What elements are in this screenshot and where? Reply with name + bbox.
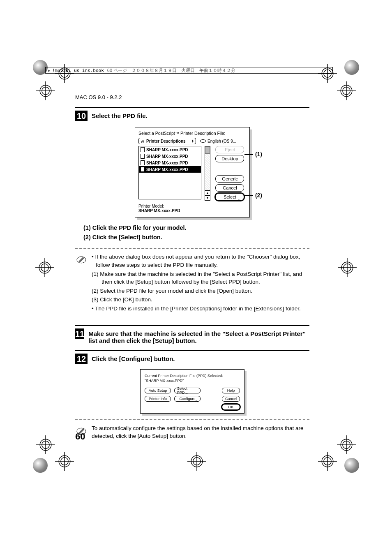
disk-name: English (OS 9... [208, 139, 236, 143]
corner-sphere [33, 458, 48, 473]
document-icon [141, 154, 145, 159]
document-icon [141, 160, 145, 165]
scroll-up-icon[interactable]: ▲ [205, 190, 210, 195]
callout-1: (1) [255, 151, 262, 157]
configure-dialog: Current Printer Description File (PPD) S… [140, 369, 244, 413]
registration-mark [338, 258, 357, 277]
corner-sphere [344, 458, 359, 473]
registration-mark [36, 435, 55, 454]
ppd-file-list[interactable]: SHARP MX-xxxx.PPD SHARP MX-xxxx.PPD SHAR… [138, 146, 201, 199]
corner-sphere [344, 60, 359, 75]
step-number-10: 10 [75, 111, 88, 121]
dialog2-line1: Current Printer Description File (PPD) S… [145, 374, 240, 379]
divider [75, 350, 309, 351]
disk-icon [200, 139, 206, 143]
select-button[interactable]: Select ↖ [215, 193, 244, 201]
step-12-title: Click the [Configure] button. [92, 354, 175, 362]
printer-model-value: SHARP MX-xxxx.PPD [138, 208, 180, 213]
divider-dots [215, 165, 244, 165]
substep-1: (1) Click the PPD file for your model. [83, 223, 309, 233]
configure-button[interactable]: Configure ↖ [174, 396, 201, 402]
dashed-divider [75, 248, 309, 249]
select-ppd-button[interactable]: Select PPD... [174, 388, 201, 393]
updown-icon: ▲▼ [190, 139, 194, 143]
divider [75, 325, 309, 326]
list-item[interactable]: SHARP MX-xxxx.PPD [139, 153, 201, 160]
page-number: 60 [75, 431, 85, 442]
dialog-prompt: Select a PostScript™ Printer Description… [138, 131, 246, 136]
folder-dropdown[interactable]: 🖨 Printer Descriptions ▲▼ [138, 138, 196, 144]
dashed-divider [75, 419, 309, 420]
registration-mark [36, 81, 55, 100]
scroll-thumb[interactable] [205, 146, 210, 154]
printer-icon: 🖨 [141, 139, 145, 143]
list-item[interactable]: SHARP MX-xxxx.PPD [139, 146, 201, 153]
cancel-button[interactable]: Cancel [215, 184, 244, 192]
eject-button[interactable]: Eject [215, 146, 244, 153]
list-scrollbar[interactable]: ▲ ▼ [205, 146, 210, 201]
registration-mark [187, 452, 206, 471]
note-body-2: To automatically configure the settings … [92, 424, 309, 440]
callout-line [244, 154, 253, 155]
cursor-icon: ↖ [238, 198, 242, 203]
header-meta: 60 ページ ２００８年８月１９日 火曜日 午前１０時４２分 [107, 67, 235, 74]
list-item-selected[interactable]: SHARP MX-xxxx.PPD [139, 166, 201, 173]
printer-info-button[interactable]: Printer Info [145, 396, 171, 402]
registration-mark [337, 81, 356, 100]
arrow-icon: ▸ [48, 68, 51, 73]
dropdown-label: Printer Descriptions [146, 139, 186, 143]
list-item[interactable]: SHARP MX-xxxx.PPD [139, 160, 201, 166]
registration-mark [318, 452, 337, 471]
divider [75, 107, 309, 108]
dialog2-line2: "SHARP MX-xxxx.PPD" [145, 379, 240, 384]
help-button[interactable]: Help [222, 388, 240, 393]
page-header-bar: ▸ !mxc381_us_ins.book 60 ページ ２００８年８月１９日 … [45, 67, 333, 74]
step-11-title: Make sure that the machine is selected i… [88, 328, 309, 344]
pencil-note-icon [76, 254, 87, 265]
document-icon [141, 167, 145, 172]
registration-mark [337, 435, 356, 454]
disk-label: English (OS 9... [200, 138, 236, 144]
step-number-11: 11 [75, 328, 84, 339]
auto-setup-button[interactable]: Auto Setup [145, 388, 171, 393]
ok-button[interactable]: OK [222, 404, 240, 410]
section-title: MAC OS 9.0 - 9.2.2 [75, 94, 122, 100]
note-body: • If the above dialog box does not appea… [92, 253, 309, 313]
generic-button[interactable]: Generic [215, 175, 244, 183]
printer-model-label: Printer Model: [138, 204, 246, 208]
step-number-12: 12 [75, 354, 88, 364]
desktop-button[interactable]: Desktop [215, 155, 244, 162]
callout-2: (2) [255, 192, 262, 199]
cancel-button-2[interactable]: Cancel [222, 396, 240, 402]
header-filename: !mxc381_us_ins.book [52, 68, 104, 73]
callout-line [244, 195, 253, 196]
substep-2: (2) Click the [Select] button. [83, 233, 309, 242]
scroll-down-icon[interactable]: ▼ [205, 195, 210, 200]
document-icon [141, 147, 145, 152]
ppd-select-dialog: Select a PostScript™ Printer Description… [135, 127, 250, 217]
registration-mark [35, 258, 54, 277]
cursor-icon: ↖ [194, 399, 199, 404]
step-10-title: Select the PPD file. [92, 111, 148, 119]
registration-mark [55, 452, 74, 471]
